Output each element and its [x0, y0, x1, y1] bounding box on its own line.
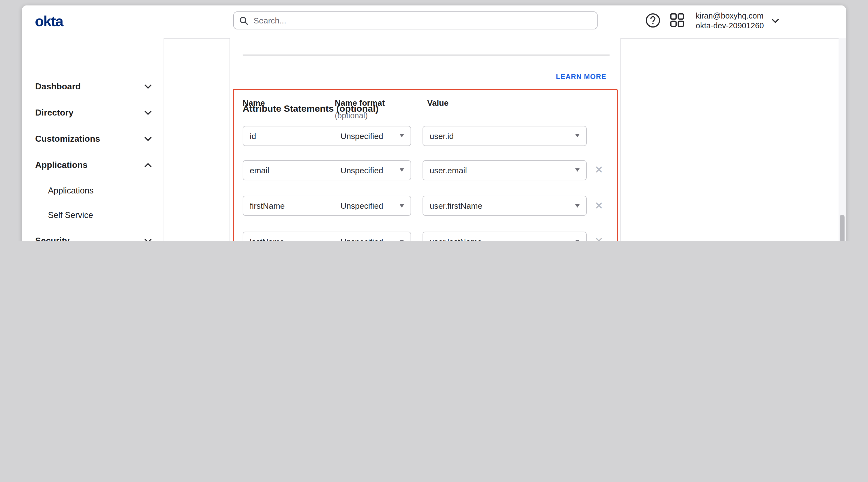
sidebar-item-label: Applications	[35, 160, 88, 170]
attr-format-select[interactable]: Unspecified	[333, 160, 410, 180]
learn-more-link[interactable]: LEARN MORE	[556, 72, 606, 81]
okta-admin-window: okta	[22, 5, 846, 241]
col-format-note: (optional)	[335, 111, 368, 120]
attr-value-input[interactable]	[423, 232, 569, 241]
search-box	[234, 11, 597, 29]
remove-row-button[interactable]: ✕	[592, 199, 606, 212]
help-icon	[645, 13, 660, 28]
sidebar-item-label: Dashboard	[35, 82, 81, 92]
sidebar-item-dashboard[interactable]: Dashboard	[35, 81, 152, 93]
dropdown-arrow-icon	[576, 168, 580, 172]
attr-name-input[interactable]	[243, 232, 333, 241]
dropdown-arrow-icon	[399, 134, 404, 137]
dropdown-arrow-icon	[576, 240, 580, 241]
scrollbar-thumb[interactable]	[840, 215, 844, 241]
sidebar-subitem-self-service[interactable]: Self Service	[48, 209, 93, 221]
attr-value-dropdown[interactable]	[569, 196, 586, 215]
attr-value-combo	[423, 196, 586, 216]
topbar: okta	[22, 5, 846, 39]
sidebar-item-security[interactable]: Security	[35, 235, 152, 241]
attr-format-value: Unspecified	[340, 165, 383, 175]
col-value-label: Value	[427, 98, 448, 107]
search-icon	[239, 16, 248, 25]
attr-value-combo	[423, 126, 586, 146]
attr-format-select[interactable]: Unspecified	[333, 126, 410, 145]
attr-value-combo	[423, 231, 586, 241]
chevron-down-icon	[145, 137, 152, 141]
apps-grid-button[interactable]	[670, 12, 685, 28]
attr-name-input[interactable]	[243, 126, 333, 145]
chevron-down-icon	[145, 110, 152, 115]
section-divider	[243, 55, 609, 55]
attribute-row: Unspecified ✕	[230, 231, 620, 241]
dropdown-arrow-icon	[399, 204, 404, 207]
user-org: okta-dev-20901260	[696, 21, 764, 31]
attr-value-combo	[423, 160, 586, 180]
attr-value-input[interactable]	[423, 196, 569, 215]
attr-value-dropdown[interactable]	[569, 126, 586, 145]
attr-format-select[interactable]: Unspecified	[333, 232, 410, 241]
user-menu[interactable]: kiran@boxyhq.com okta-dev-20901260	[696, 11, 779, 31]
attribute-row: Unspecified ✕	[230, 196, 620, 216]
chevron-down-icon	[145, 239, 152, 241]
sidebar: Dashboard Directory Customizations Appli…	[22, 38, 164, 241]
sidebar-item-customizations[interactable]: Customizations	[35, 133, 152, 145]
sidebar-subitem-applications[interactable]: Applications	[48, 185, 94, 197]
attr-value-dropdown[interactable]	[569, 232, 586, 241]
chevron-up-icon	[145, 163, 152, 167]
apps-grid-icon	[670, 13, 684, 27]
user-email: kiran@boxyhq.com	[696, 11, 764, 21]
attr-format-value: Unspecified	[340, 201, 383, 210]
remove-row-button[interactable]: ✕	[592, 163, 606, 176]
help-button[interactable]	[645, 12, 660, 28]
col-format-label: Name format	[335, 98, 385, 107]
dropdown-arrow-icon	[399, 168, 404, 172]
desktop: okta	[0, 0, 868, 241]
attr-name-input[interactable]	[243, 160, 333, 180]
chevron-down-icon	[145, 85, 152, 89]
attr-format-value: Unspecified	[340, 131, 383, 140]
sidebar-subitem-label: Self Service	[48, 210, 93, 220]
attr-value-input[interactable]	[423, 126, 569, 145]
attr-format-select[interactable]: Unspecified	[333, 196, 410, 215]
col-name-label: Name	[243, 98, 265, 107]
sidebar-item-directory[interactable]: Directory	[35, 107, 152, 119]
sidebar-item-label: Directory	[35, 108, 73, 118]
sidebar-item-applications[interactable]: Applications	[35, 159, 152, 171]
attr-value-dropdown[interactable]	[569, 160, 586, 180]
dropdown-arrow-icon	[399, 240, 404, 241]
okta-logo[interactable]: okta	[35, 13, 63, 30]
saml-settings-card: Attribute Statements (optional) LEARN MO…	[229, 38, 621, 241]
dropdown-arrow-icon	[576, 134, 580, 137]
attr-value-input[interactable]	[423, 160, 569, 180]
attr-name-input[interactable]	[243, 196, 333, 215]
sidebar-item-label: Security	[35, 236, 69, 241]
search-input[interactable]	[252, 15, 592, 26]
sidebar-subitem-label: Applications	[48, 186, 94, 196]
sidebar-item-label: Customizations	[35, 134, 100, 144]
remove-row-button[interactable]: ✕	[592, 234, 606, 241]
attr-format-value: Unspecified	[340, 237, 383, 241]
attribute-row: Unspecified ✕	[230, 160, 620, 180]
attribute-row: Unspecified	[230, 126, 620, 146]
chevron-down-icon	[772, 19, 779, 24]
scrollbar-track[interactable]	[839, 38, 846, 241]
dropdown-arrow-icon	[576, 204, 580, 207]
